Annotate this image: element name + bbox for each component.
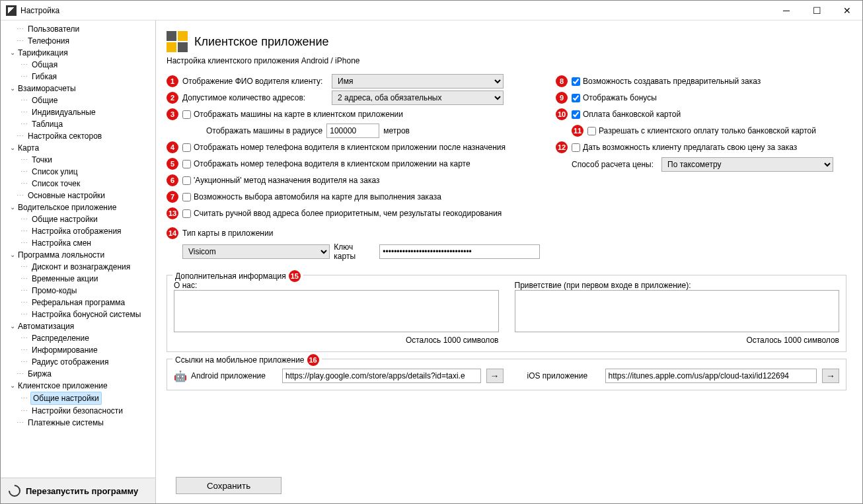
about-label: О нас:: [174, 281, 499, 290]
annotation-badge: 12: [556, 141, 568, 153]
info-legend: Дополнительная информация: [175, 271, 286, 281]
links-legend: Ссылки на мобильное приложение: [175, 355, 305, 365]
addr-select[interactable]: 2 адреса, оба обязательных: [332, 90, 504, 105]
tree-item[interactable]: Временные акции: [30, 273, 99, 285]
offer-price-checkbox[interactable]: Дать возможность клиенту предлагать свою…: [572, 143, 797, 152]
tree-item[interactable]: Основные настройки: [26, 190, 106, 201]
tree-item[interactable]: Автоматизация: [17, 320, 75, 332]
tree-item[interactable]: Список точек: [30, 178, 81, 190]
minimize-button[interactable]: ─: [771, 1, 802, 20]
app-links-fieldset: Ссылки на мобильное приложение16 🤖 Andro…: [167, 359, 846, 390]
card-checkbox[interactable]: Оплата банковской картой: [572, 110, 681, 119]
close-button[interactable]: ✕: [832, 1, 862, 20]
annotation-badge: 10: [556, 108, 568, 120]
choose-car-checkbox[interactable]: Возможность выбора автомобиля на карте д…: [182, 192, 441, 201]
restart-button[interactable]: Перезапустить программу: [1, 478, 155, 503]
annotation-badge: 14: [167, 227, 178, 239]
window-title: Настройка: [20, 6, 771, 15]
radius-unit: метров: [383, 126, 410, 135]
greet-label: Приветствие (при первом входе в приложен…: [515, 281, 840, 290]
annotation-badge: 15: [289, 270, 301, 282]
annotation-badge: 5: [167, 158, 178, 170]
tree-item[interactable]: Таблица: [30, 118, 64, 130]
tree-item[interactable]: Настройка секторов: [26, 130, 103, 142]
tree-item[interactable]: Список улиц: [30, 166, 79, 178]
greet-textarea[interactable]: [515, 290, 840, 332]
tree-item[interactable]: Настройка отображения: [30, 225, 123, 237]
map-key-label: Ключ карты: [334, 242, 375, 261]
tree-item[interactable]: Промо-коды: [30, 285, 78, 297]
ios-go-button[interactable]: →: [822, 369, 839, 383]
annotation-badge: 2: [167, 92, 178, 104]
ios-link-input[interactable]: [605, 369, 817, 383]
tree-item[interactable]: Взаиморасчеты: [17, 83, 77, 94]
tree-item[interactable]: Общие настройки: [30, 213, 99, 225]
annotation-badge: 6: [167, 174, 178, 186]
save-button[interactable]: Сохранить: [176, 477, 281, 494]
about-textarea[interactable]: [174, 290, 499, 332]
annotation-badge: 11: [572, 125, 583, 137]
tree-item[interactable]: Распределение: [30, 332, 91, 344]
fio-label: Отображение ФИО водителя клиенту:: [182, 77, 328, 86]
phone-map-checkbox[interactable]: Отображать номер телефона водителя в кли…: [182, 159, 470, 168]
bonus-checkbox[interactable]: Отображать бонусы: [572, 93, 657, 102]
tree-item[interactable]: Платежные системы: [26, 417, 105, 429]
tree-item[interactable]: Общие: [30, 94, 59, 106]
maximize-button[interactable]: ☐: [802, 1, 832, 20]
map-type-select[interactable]: Visicom: [182, 244, 330, 259]
preorder-checkbox[interactable]: Возможность создавать предварительный за…: [572, 77, 761, 86]
radius-label: Отображать машины в радиусе: [206, 126, 322, 135]
android-icon: 🤖: [174, 370, 186, 382]
tree-item[interactable]: Информирование: [30, 344, 99, 356]
fio-select[interactable]: Имя: [332, 74, 504, 89]
annotation-badge: 16: [307, 354, 319, 366]
tree-item[interactable]: Индивидуальные: [30, 106, 97, 118]
android-link-input[interactable]: [282, 369, 481, 383]
additional-info-fieldset: Дополнительная информация15 О нас: Остал…: [167, 275, 846, 352]
map-type-label: Тип карты в приложении: [182, 229, 273, 238]
annotation-badge: 8: [556, 75, 568, 87]
restart-label: Перезапустить программу: [26, 486, 138, 496]
tree-item[interactable]: Программа лояльности: [17, 249, 106, 261]
tree-item[interactable]: Дисконт и вознаграждения: [30, 261, 131, 273]
app-icon: [6, 5, 17, 16]
annotation-badge: 13: [167, 207, 178, 219]
tree-item[interactable]: Карта: [17, 142, 40, 154]
price-calc-select[interactable]: По таксометру: [661, 157, 833, 172]
header-icon: [167, 31, 188, 52]
tree-item[interactable]: Радиус отображения: [30, 356, 110, 368]
annotation-badge: 7: [167, 191, 178, 203]
tree-item[interactable]: Биржа: [26, 368, 53, 380]
tree-item-selected[interactable]: Общие настройки: [30, 392, 102, 405]
tree-item[interactable]: Общая: [30, 59, 59, 71]
sidebar: ⋯Пользователи ⋯Телефония ⌄Тарификация ⋯О…: [1, 20, 156, 503]
auction-checkbox[interactable]: 'Аукционный' метод назначения водителя н…: [182, 176, 379, 185]
manual-priority-checkbox[interactable]: Считать ручной ввод адреса более приорит…: [182, 209, 502, 218]
tree-item[interactable]: Точки: [30, 154, 54, 166]
tree-item[interactable]: Телефония: [26, 35, 71, 47]
tree-item[interactable]: Водительское приложение: [17, 201, 118, 213]
tree-item[interactable]: Настройка смен: [30, 237, 93, 249]
radius-input[interactable]: [326, 124, 379, 138]
map-key-input[interactable]: [379, 244, 540, 259]
price-calc-label: Способ расчета цены:: [572, 160, 657, 169]
tree-item[interactable]: Настройки безопасности: [30, 405, 124, 417]
tree-item[interactable]: Гибкая: [30, 71, 58, 83]
android-label: Android приложение: [191, 371, 277, 380]
page-title: Клиентское приложение: [194, 35, 329, 49]
page-subtitle: Настройка клиентского приложения Android…: [167, 56, 846, 65]
android-go-button[interactable]: →: [486, 369, 504, 383]
cars-on-map-checkbox[interactable]: Отображать машины на карте в клиентском …: [182, 110, 403, 119]
ios-label: iOS приложение: [527, 371, 600, 380]
addr-label: Допустимое количество адресов:: [182, 93, 328, 102]
phone-after-checkbox[interactable]: Отображать номер телефона водителя в кли…: [182, 143, 506, 152]
annotation-badge: 4: [167, 141, 178, 153]
main-content: Клиентское приложение Настройка клиентск…: [156, 20, 862, 503]
nav-tree[interactable]: ⋯Пользователи ⋯Телефония ⌄Тарификация ⋯О…: [1, 20, 155, 478]
tree-item[interactable]: Настройка бонусной системы: [30, 308, 142, 320]
only-card-checkbox[interactable]: Разрешать с клиентского оплату только ба…: [587, 126, 816, 135]
tree-item[interactable]: Тарификация: [17, 47, 69, 59]
tree-item[interactable]: Реферальная программа: [30, 297, 126, 308]
tree-item[interactable]: Клиентское приложение: [17, 380, 109, 392]
tree-item[interactable]: Пользователи: [26, 23, 81, 35]
